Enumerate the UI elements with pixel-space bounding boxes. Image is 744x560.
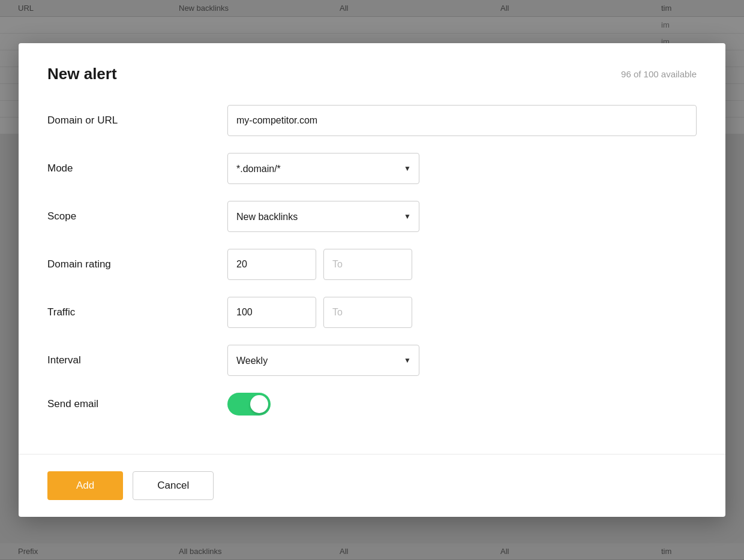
scope-control: New backlinks Lost backlinks New and los… <box>227 201 697 232</box>
toggle-thumb <box>250 395 268 413</box>
send-email-toggle[interactable] <box>227 393 271 416</box>
interval-select[interactable]: Weekly Daily Monthly <box>227 345 419 376</box>
scope-row: Scope New backlinks Lost backlinks New a… <box>47 201 697 232</box>
modal-title: New alert <box>47 65 117 83</box>
mode-select-wrapper: *.domain/* domain.com domain.com/* *.dom… <box>227 153 419 184</box>
modal-header: New alert 96 of 100 available <box>47 65 697 83</box>
mode-select[interactable]: *.domain/* domain.com domain.com/* *.dom… <box>227 153 419 184</box>
send-email-row: Send email <box>47 393 697 416</box>
send-email-toggle-wrapper <box>227 393 271 416</box>
domain-rating-from-input[interactable] <box>227 249 316 280</box>
traffic-to-input[interactable] <box>323 297 412 328</box>
interval-select-wrapper: Weekly Daily Monthly ▼ <box>227 345 419 376</box>
domain-url-input[interactable] <box>227 105 697 136</box>
domain-rating-to-input[interactable] <box>323 249 412 280</box>
mode-label: Mode <box>47 162 227 174</box>
modal-footer: Add Cancel <box>19 454 725 517</box>
new-alert-modal: New alert 96 of 100 available Domain or … <box>19 43 725 517</box>
traffic-label: Traffic <box>47 306 227 318</box>
domain-rating-range <box>227 249 412 280</box>
modal-availability: 96 of 100 available <box>621 69 697 79</box>
interval-control: Weekly Daily Monthly ▼ <box>227 345 697 376</box>
send-email-control <box>227 393 697 416</box>
add-button[interactable]: Add <box>47 471 123 500</box>
traffic-control <box>227 297 697 328</box>
send-email-label: Send email <box>47 398 227 410</box>
modal-body: New alert 96 of 100 available Domain or … <box>19 43 725 454</box>
scope-select[interactable]: New backlinks Lost backlinks New and los… <box>227 201 419 232</box>
domain-rating-control <box>227 249 697 280</box>
domain-url-label: Domain or URL <box>47 115 227 127</box>
scope-label: Scope <box>47 210 227 222</box>
mode-control: *.domain/* domain.com domain.com/* *.dom… <box>227 153 697 184</box>
interval-label: Interval <box>47 354 227 366</box>
interval-row: Interval Weekly Daily Monthly ▼ <box>47 345 697 376</box>
domain-url-row: Domain or URL <box>47 105 697 136</box>
scope-select-wrapper: New backlinks Lost backlinks New and los… <box>227 201 419 232</box>
domain-rating-label: Domain rating <box>47 258 227 270</box>
domain-rating-row: Domain rating <box>47 249 697 280</box>
traffic-from-input[interactable] <box>227 297 316 328</box>
cancel-button[interactable]: Cancel <box>133 471 214 500</box>
mode-row: Mode *.domain/* domain.com domain.com/* … <box>47 153 697 184</box>
traffic-range <box>227 297 412 328</box>
domain-url-control <box>227 105 697 136</box>
traffic-row: Traffic <box>47 297 697 328</box>
